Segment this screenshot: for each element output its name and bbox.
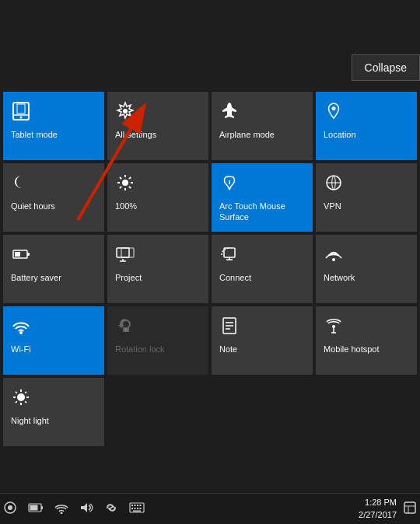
svg-point-51: [8, 505, 12, 510]
svg-point-3: [20, 117, 23, 119]
note-icon: [219, 316, 240, 339]
tiles-grid: Tablet mode All settings Airplane m: [3, 92, 417, 446]
tablet-mode-label: Tablet mode: [11, 129, 58, 140]
svg-line-57: [110, 507, 113, 508]
connect-label: Connect: [219, 272, 251, 283]
clock-date: 2/27/2017: [359, 509, 397, 521]
tile-brightness[interactable]: 100%: [107, 163, 208, 232]
brightness-label: 100%: [115, 201, 137, 211]
location-icon: [324, 101, 344, 124]
svg-rect-59: [131, 505, 133, 506]
mobile-hotspot-icon: [324, 316, 344, 339]
tile-airplane-mode[interactable]: Airplane mode: [212, 92, 313, 160]
svg-line-45: [25, 401, 26, 403]
svg-point-31: [125, 329, 127, 330]
svg-line-11: [120, 177, 121, 179]
brightness-icon: [115, 173, 135, 196]
tile-network[interactable]: Network: [316, 235, 417, 303]
system-clock[interactable]: 1:28 PM 2/27/2017: [359, 497, 403, 521]
tablet-mode-icon: [11, 101, 31, 124]
quiet-hours-label: Quiet hours: [11, 201, 55, 211]
rotation-lock-label: Rotation lock: [115, 344, 165, 355]
tile-project[interactable]: Project: [107, 235, 208, 303]
battery-icon[interactable]: [28, 502, 44, 516]
collapse-button[interactable]: Collapse: [352, 54, 420, 81]
tile-tablet-mode[interactable]: Tablet mode: [3, 92, 104, 160]
tile-vpn[interactable]: VPN: [316, 163, 417, 232]
action-center: Collapse Tablet mode: [0, 0, 420, 524]
svg-rect-53: [41, 506, 43, 509]
svg-rect-66: [140, 508, 142, 509]
svg-rect-21: [117, 248, 129, 257]
note-label: Note: [219, 344, 237, 355]
tile-battery-saver[interactable]: Battery saver: [3, 235, 104, 303]
tile-connect[interactable]: Connect: [212, 235, 313, 303]
svg-rect-22: [121, 248, 134, 257]
battery-saver-icon: [11, 244, 31, 267]
taskbar: 1:28 PM 2/27/2017: [0, 493, 420, 524]
svg-rect-63: [131, 508, 133, 509]
project-icon: [115, 244, 135, 267]
tile-rotation-lock[interactable]: Rotation lock: [107, 306, 208, 375]
project-label: Project: [115, 272, 142, 283]
night-light-icon: [11, 387, 31, 410]
svg-line-44: [16, 392, 17, 393]
svg-point-55: [61, 512, 63, 514]
vpn-icon: [324, 173, 344, 196]
svg-point-39: [17, 393, 25, 401]
tile-quiet-hours[interactable]: Quiet hours: [3, 163, 104, 232]
svg-rect-64: [135, 508, 136, 509]
taskbar-wifi-icon[interactable]: [54, 501, 68, 517]
quiet-hours-icon: [11, 173, 31, 196]
svg-point-5: [332, 107, 336, 110]
svg-line-13: [129, 177, 131, 179]
svg-line-12: [129, 187, 131, 188]
mobile-hotspot-label: Mobile hotspot: [324, 344, 380, 355]
tile-wifi[interactable]: Wi-Fi: [3, 306, 104, 375]
wifi-label: Wi-Fi: [11, 344, 31, 355]
all-settings-label: All settings: [115, 129, 156, 140]
svg-rect-67: [133, 510, 141, 512]
svg-point-36: [332, 325, 335, 328]
svg-rect-68: [404, 502, 415, 513]
start-icon[interactable]: [3, 501, 17, 518]
arc-touch-icon: [219, 173, 240, 196]
tile-note[interactable]: Note: [212, 306, 313, 375]
tile-location[interactable]: Location: [316, 92, 417, 160]
tile-night-light[interactable]: Night light: [3, 378, 104, 446]
airplane-mode-icon: [219, 101, 240, 124]
battery-saver-label: Battery saver: [11, 272, 61, 283]
svg-line-14: [120, 187, 121, 188]
svg-point-6: [122, 180, 128, 186]
airplane-mode-label: Airplane mode: [219, 129, 275, 140]
taskbar-icons: [3, 501, 359, 518]
svg-marker-56: [81, 503, 87, 512]
quick-actions-grid: Tablet mode All settings Airplane m: [0, 92, 420, 446]
language-icon[interactable]: [104, 501, 118, 517]
night-light-label: Night light: [11, 415, 49, 426]
keyboard-icon[interactable]: [129, 502, 145, 516]
svg-rect-60: [135, 505, 136, 506]
location-label: Location: [324, 129, 356, 140]
clock-time: 1:28 PM: [359, 497, 397, 508]
svg-point-4: [123, 109, 128, 114]
svg-rect-62: [140, 505, 142, 506]
rotation-lock-icon: [115, 316, 135, 339]
svg-rect-20: [15, 252, 20, 257]
svg-rect-65: [137, 508, 138, 509]
tile-arc-touch[interactable]: Arc Touch Mouse Surface: [212, 163, 313, 232]
all-settings-icon: [115, 101, 135, 124]
svg-rect-19: [27, 253, 30, 256]
tile-all-settings[interactable]: All settings: [107, 92, 208, 160]
volume-icon[interactable]: [79, 501, 93, 517]
svg-rect-54: [30, 505, 38, 510]
tile-mobile-hotspot[interactable]: Mobile hotspot: [316, 306, 417, 375]
arc-touch-label: Arc Touch Mouse Surface: [219, 201, 305, 223]
svg-line-46: [25, 392, 26, 393]
connect-icon: [219, 244, 240, 267]
svg-line-47: [16, 401, 17, 403]
vpn-label: VPN: [324, 201, 341, 211]
svg-rect-61: [137, 505, 138, 506]
svg-rect-2: [17, 104, 25, 114]
notification-icon[interactable]: [403, 501, 417, 518]
